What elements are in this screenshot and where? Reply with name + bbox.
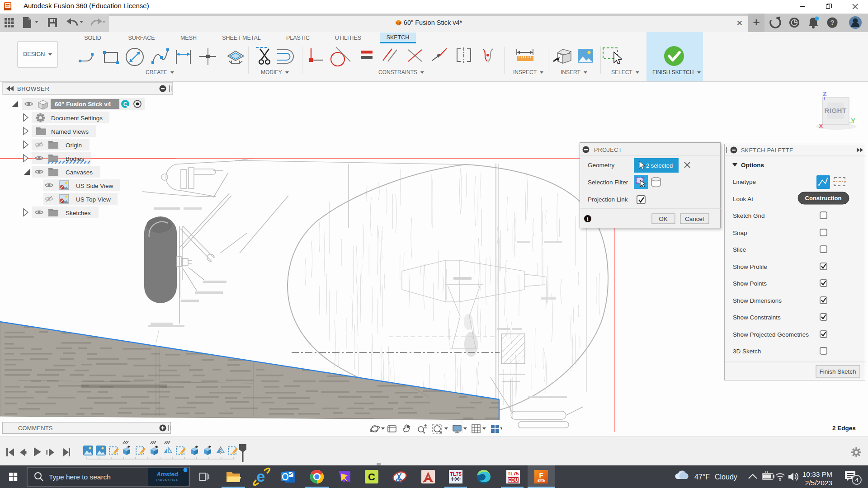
svg-text:Finish Sketch: Finish Sketch (819, 368, 856, 375)
svg-text:Linetype: Linetype (733, 178, 756, 185)
svg-text:4: 4 (855, 477, 858, 483)
svg-text:3D Sketch: 3D Sketch (733, 348, 761, 355)
svg-text:Sketch Grid: Sketch Grid (733, 212, 765, 219)
svg-text:Geometry: Geometry (588, 162, 615, 169)
svg-text:Projection Link: Projection Link (588, 196, 628, 203)
svg-text:C: C (368, 471, 375, 483)
svg-text:TL75: TL75 (508, 471, 519, 476)
svg-text:Cloudy: Cloudy (715, 473, 737, 481)
svg-text:US Side View: US Side View (76, 183, 113, 189)
svg-text:Document Settings: Document Settings (51, 115, 103, 122)
svg-text:Origin: Origin (66, 142, 82, 149)
svg-text:F: F (539, 471, 543, 479)
svg-text:Construction: Construction (805, 195, 842, 202)
svg-text:COMMENTS: COMMENTS (18, 425, 53, 432)
svg-text:Options: Options (741, 162, 764, 169)
svg-text:Slice: Slice (733, 246, 746, 253)
svg-text:Sketches: Sketches (66, 210, 91, 216)
svg-text:Z: Z (822, 90, 826, 98)
svg-text:Look At: Look At (733, 196, 753, 202)
svg-text:US Top View: US Top View (76, 196, 111, 203)
svg-text:Show Dimensions: Show Dimensions (733, 297, 782, 304)
svg-text:PROJECT: PROJECT (594, 147, 622, 153)
svg-text:SKETCH PALETTE: SKETCH PALETTE (741, 147, 793, 154)
svg-text:C: C (123, 101, 127, 108)
svg-text:Canvases: Canvases (66, 169, 93, 176)
svg-text:Amsted: Amsted (156, 471, 179, 478)
svg-text:Snap: Snap (733, 230, 747, 236)
svg-text:OK: OK (659, 216, 668, 222)
svg-text:60" Fusion Stick v4: 60" Fusion Stick v4 (55, 101, 111, 108)
svg-text:Type here to search: Type here to search (49, 473, 111, 481)
svg-text:Show Projected Geometries: Show Projected Geometries (733, 331, 809, 338)
svg-text:TL75: TL75 (450, 471, 462, 477)
svg-text:360: 360 (539, 480, 543, 483)
svg-text:Cancel: Cancel (685, 216, 704, 222)
svg-text:?: ? (830, 19, 834, 26)
svg-text:47°F: 47°F (694, 473, 710, 481)
svg-text:BROWSER: BROWSER (17, 85, 49, 92)
svg-text:Named Views: Named Views (51, 128, 89, 135)
svg-text:X: X (819, 122, 823, 130)
svg-text:2 selected: 2 selected (646, 162, 673, 169)
svg-text:10:33 PM: 10:33 PM (802, 470, 832, 478)
svg-text:Show Constraints: Show Constraints (733, 314, 781, 321)
svg-text:EDU: EDU (508, 477, 518, 483)
svg-text:Show Profile: Show Profile (733, 263, 767, 270)
svg-text:Selection Filter: Selection Filter (588, 179, 628, 186)
svg-text:Show Points: Show Points (733, 280, 767, 287)
svg-text:2/5/2023: 2/5/2023 (805, 479, 832, 487)
svg-text:RIGHT: RIGHT (824, 107, 846, 114)
svg-text:INDUSTRIES: INDUSTRIES (156, 479, 178, 481)
